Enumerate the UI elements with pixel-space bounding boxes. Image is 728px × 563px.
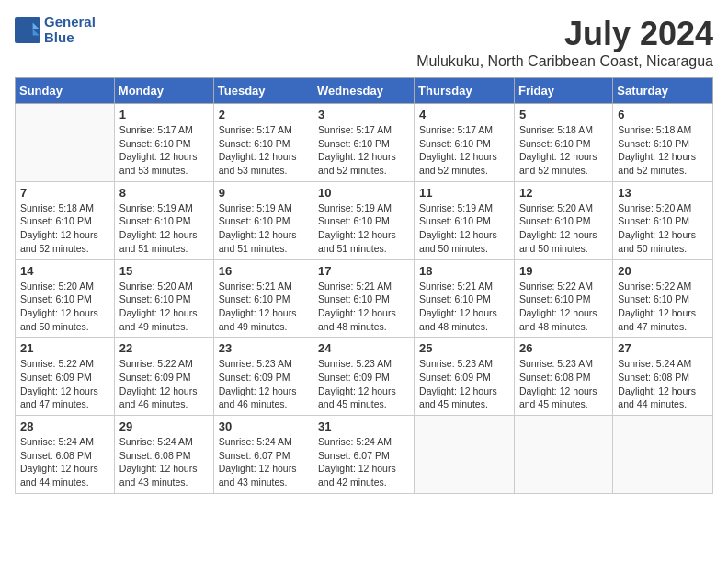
weekday-header-sunday: Sunday xyxy=(16,78,115,104)
day-number: 19 xyxy=(519,264,608,278)
day-info: Sunrise: 5:19 AMSunset: 6:10 PMDaylight:… xyxy=(219,201,308,256)
day-info: Sunrise: 5:19 AMSunset: 6:10 PMDaylight:… xyxy=(318,201,409,256)
calendar-table: SundayMondayTuesdayWednesdayThursdayFrid… xyxy=(15,77,713,494)
calendar-cell: 6Sunrise: 5:18 AMSunset: 6:10 PMDaylight… xyxy=(613,104,713,182)
week-row-5: 28Sunrise: 5:24 AMSunset: 6:08 PMDayligh… xyxy=(16,416,713,494)
day-info: Sunrise: 5:24 AMSunset: 6:07 PMDaylight:… xyxy=(318,435,409,489)
calendar-cell xyxy=(16,104,115,182)
day-info: Sunrise: 5:17 AMSunset: 6:10 PMDaylight:… xyxy=(119,123,209,178)
calendar-cell: 2Sunrise: 5:17 AMSunset: 6:10 PMDaylight… xyxy=(213,104,313,182)
day-number: 3 xyxy=(318,108,409,121)
weekday-header-saturday: Saturday xyxy=(613,78,713,104)
logo: General Blue xyxy=(15,15,96,45)
calendar-cell: 27Sunrise: 5:24 AMSunset: 6:08 PMDayligh… xyxy=(613,338,713,416)
calendar-cell: 24Sunrise: 5:23 AMSunset: 6:09 PMDayligh… xyxy=(313,338,415,416)
calendar-cell: 17Sunrise: 5:21 AMSunset: 6:10 PMDayligh… xyxy=(313,259,415,338)
day-number: 10 xyxy=(318,186,409,200)
calendar-cell: 23Sunrise: 5:23 AMSunset: 6:09 PMDayligh… xyxy=(213,338,313,416)
day-info: Sunrise: 5:22 AMSunset: 6:09 PMDaylight:… xyxy=(119,357,209,411)
day-number: 14 xyxy=(20,264,109,278)
week-row-4: 21Sunrise: 5:22 AMSunset: 6:09 PMDayligh… xyxy=(16,338,713,416)
day-number: 21 xyxy=(20,341,109,355)
calendar-cell: 19Sunrise: 5:22 AMSunset: 6:10 PMDayligh… xyxy=(514,259,612,338)
calendar-cell: 18Sunrise: 5:21 AMSunset: 6:10 PMDayligh… xyxy=(415,259,515,338)
calendar-cell: 11Sunrise: 5:19 AMSunset: 6:10 PMDayligh… xyxy=(415,181,515,259)
day-info: Sunrise: 5:24 AMSunset: 6:07 PMDaylight:… xyxy=(219,435,308,489)
day-number: 26 xyxy=(519,341,608,355)
day-info: Sunrise: 5:20 AMSunset: 6:10 PMDaylight:… xyxy=(519,201,608,256)
calendar-cell: 9Sunrise: 5:19 AMSunset: 6:10 PMDaylight… xyxy=(213,181,313,259)
day-info: Sunrise: 5:22 AMSunset: 6:09 PMDaylight:… xyxy=(20,357,109,411)
calendar-cell xyxy=(613,416,713,494)
main-title: July 2024 xyxy=(416,15,713,53)
weekday-header-friday: Friday xyxy=(514,78,612,104)
svg-rect-0 xyxy=(15,17,40,43)
week-row-1: 1Sunrise: 5:17 AMSunset: 6:10 PMDaylight… xyxy=(16,104,713,182)
day-number: 25 xyxy=(419,341,509,355)
day-info: Sunrise: 5:22 AMSunset: 6:10 PMDaylight:… xyxy=(519,280,608,334)
calendar-cell: 13Sunrise: 5:20 AMSunset: 6:10 PMDayligh… xyxy=(613,181,713,259)
title-section: July 2024 Mulukuku, North Caribbean Coas… xyxy=(416,15,713,70)
logo-line2: Blue xyxy=(44,30,96,46)
day-number: 5 xyxy=(519,108,608,121)
weekday-header-thursday: Thursday xyxy=(415,78,515,104)
day-number: 6 xyxy=(618,108,708,121)
weekday-header-monday: Monday xyxy=(114,78,213,104)
day-info: Sunrise: 5:17 AMSunset: 6:10 PMDaylight:… xyxy=(219,123,308,178)
calendar-cell: 4Sunrise: 5:17 AMSunset: 6:10 PMDaylight… xyxy=(415,104,515,182)
day-number: 7 xyxy=(20,186,109,200)
day-number: 1 xyxy=(119,108,209,121)
day-info: Sunrise: 5:20 AMSunset: 6:10 PMDaylight:… xyxy=(119,280,209,334)
day-info: Sunrise: 5:21 AMSunset: 6:10 PMDaylight:… xyxy=(419,280,509,334)
day-info: Sunrise: 5:23 AMSunset: 6:09 PMDaylight:… xyxy=(419,357,509,411)
day-number: 29 xyxy=(119,419,209,433)
day-number: 11 xyxy=(419,186,509,200)
calendar-cell: 30Sunrise: 5:24 AMSunset: 6:07 PMDayligh… xyxy=(213,416,313,494)
subtitle: Mulukuku, North Caribbean Coast, Nicarag… xyxy=(416,53,713,70)
day-info: Sunrise: 5:19 AMSunset: 6:10 PMDaylight:… xyxy=(419,201,509,256)
calendar-cell: 10Sunrise: 5:19 AMSunset: 6:10 PMDayligh… xyxy=(313,181,415,259)
day-number: 31 xyxy=(318,419,409,433)
day-number: 15 xyxy=(119,264,209,278)
day-info: Sunrise: 5:20 AMSunset: 6:10 PMDaylight:… xyxy=(618,201,708,256)
calendar-cell: 21Sunrise: 5:22 AMSunset: 6:09 PMDayligh… xyxy=(16,338,115,416)
calendar-cell: 3Sunrise: 5:17 AMSunset: 6:10 PMDaylight… xyxy=(313,104,415,182)
day-info: Sunrise: 5:21 AMSunset: 6:10 PMDaylight:… xyxy=(219,280,308,334)
day-number: 2 xyxy=(219,108,308,121)
day-info: Sunrise: 5:23 AMSunset: 6:09 PMDaylight:… xyxy=(219,357,308,411)
day-info: Sunrise: 5:24 AMSunset: 6:08 PMDaylight:… xyxy=(20,435,109,489)
calendar-cell xyxy=(514,416,612,494)
day-info: Sunrise: 5:21 AMSunset: 6:10 PMDaylight:… xyxy=(318,280,409,334)
calendar-cell: 25Sunrise: 5:23 AMSunset: 6:09 PMDayligh… xyxy=(415,338,515,416)
day-info: Sunrise: 5:23 AMSunset: 6:08 PMDaylight:… xyxy=(519,357,608,411)
day-number: 13 xyxy=(618,186,708,200)
day-info: Sunrise: 5:23 AMSunset: 6:09 PMDaylight:… xyxy=(318,357,409,411)
calendar-cell: 16Sunrise: 5:21 AMSunset: 6:10 PMDayligh… xyxy=(213,259,313,338)
calendar-cell: 31Sunrise: 5:24 AMSunset: 6:07 PMDayligh… xyxy=(313,416,415,494)
day-info: Sunrise: 5:18 AMSunset: 6:10 PMDaylight:… xyxy=(20,201,109,256)
calendar-cell: 7Sunrise: 5:18 AMSunset: 6:10 PMDaylight… xyxy=(16,181,115,259)
day-info: Sunrise: 5:17 AMSunset: 6:10 PMDaylight:… xyxy=(318,123,409,178)
week-row-2: 7Sunrise: 5:18 AMSunset: 6:10 PMDaylight… xyxy=(16,181,713,259)
day-number: 30 xyxy=(219,419,308,433)
day-info: Sunrise: 5:18 AMSunset: 6:10 PMDaylight:… xyxy=(618,123,708,178)
day-info: Sunrise: 5:19 AMSunset: 6:10 PMDaylight:… xyxy=(119,201,209,256)
day-number: 20 xyxy=(618,264,708,278)
day-number: 22 xyxy=(119,341,209,355)
day-info: Sunrise: 5:22 AMSunset: 6:10 PMDaylight:… xyxy=(618,280,708,334)
day-number: 23 xyxy=(219,341,308,355)
calendar-cell: 8Sunrise: 5:19 AMSunset: 6:10 PMDaylight… xyxy=(114,181,213,259)
calendar-cell: 12Sunrise: 5:20 AMSunset: 6:10 PMDayligh… xyxy=(514,181,612,259)
weekday-header-tuesday: Tuesday xyxy=(213,78,313,104)
calendar-cell: 29Sunrise: 5:24 AMSunset: 6:08 PMDayligh… xyxy=(114,416,213,494)
calendar-cell: 14Sunrise: 5:20 AMSunset: 6:10 PMDayligh… xyxy=(16,259,115,338)
day-number: 28 xyxy=(20,419,109,433)
week-row-3: 14Sunrise: 5:20 AMSunset: 6:10 PMDayligh… xyxy=(16,259,713,338)
day-number: 8 xyxy=(119,186,209,200)
day-info: Sunrise: 5:20 AMSunset: 6:10 PMDaylight:… xyxy=(20,280,109,334)
day-info: Sunrise: 5:24 AMSunset: 6:08 PMDaylight:… xyxy=(119,435,209,489)
day-number: 27 xyxy=(618,341,708,355)
calendar-cell: 26Sunrise: 5:23 AMSunset: 6:08 PMDayligh… xyxy=(514,338,612,416)
day-number: 17 xyxy=(318,264,409,278)
calendar-cell: 28Sunrise: 5:24 AMSunset: 6:08 PMDayligh… xyxy=(16,416,115,494)
